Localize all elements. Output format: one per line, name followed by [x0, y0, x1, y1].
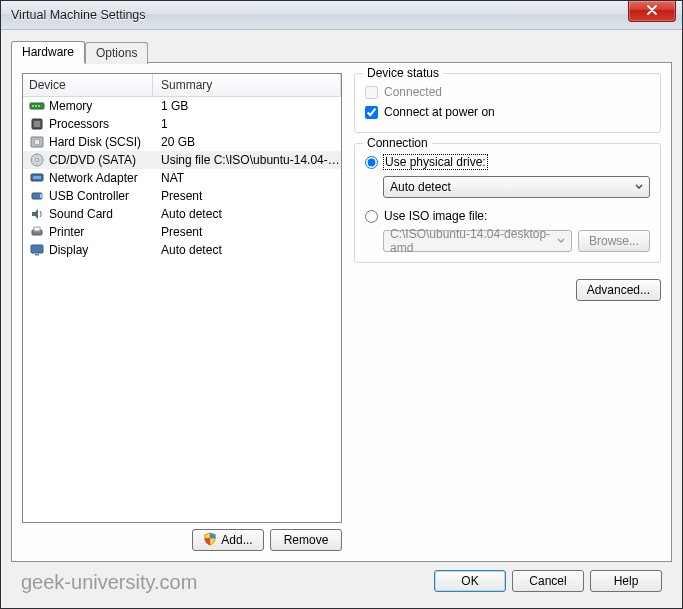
svg-rect-5 [34, 121, 40, 127]
device-row-processors[interactable]: Processors 1 [23, 115, 341, 133]
device-buttons: Add... Remove [22, 523, 342, 551]
advanced-row: Advanced... [354, 279, 661, 301]
physical-drive-combo[interactable]: Auto detect [383, 176, 650, 198]
use-iso-radio[interactable] [365, 210, 378, 223]
connect-poweron-checkbox[interactable] [365, 106, 378, 119]
titlebar: Virtual Machine Settings [1, 1, 682, 30]
sound-icon [29, 206, 45, 222]
close-button[interactable] [628, 1, 676, 22]
device-status-group: Device status Connected Connect at power… [354, 73, 661, 133]
svg-point-7 [34, 139, 40, 145]
use-physical-radio[interactable] [365, 156, 378, 169]
col-header-device[interactable]: Device [23, 74, 153, 96]
detail-column: Device status Connected Connect at power… [354, 73, 661, 551]
window-title: Virtual Machine Settings [11, 8, 628, 22]
device-name: Sound Card [49, 207, 113, 221]
memory-icon [29, 98, 45, 114]
device-list-header: Device Summary [23, 74, 341, 97]
device-summary: Using file C:\ISO\ubuntu-14.04-d... [153, 153, 341, 167]
device-row-usb[interactable]: USB Controller Present [23, 187, 341, 205]
svg-rect-2 [35, 105, 37, 107]
device-status-legend: Device status [363, 66, 443, 80]
device-name: Processors [49, 117, 109, 131]
cancel-button[interactable]: Cancel [512, 570, 584, 592]
use-physical-row[interactable]: Use physical drive: [365, 152, 650, 172]
use-iso-label: Use ISO image file: [384, 209, 487, 223]
device-row-printer[interactable]: Printer Present [23, 223, 341, 241]
svg-rect-3 [38, 105, 40, 107]
device-row-cddvd[interactable]: CD/DVD (SATA) Using file C:\ISO\ubuntu-1… [23, 151, 341, 169]
help-button[interactable]: Help [590, 570, 662, 592]
device-summary: Present [153, 225, 341, 239]
iso-path-value: C:\ISO\ubuntu-14.04-desktop-amd [390, 227, 565, 255]
add-device-button[interactable]: Add... [192, 529, 264, 551]
device-name: Memory [49, 99, 92, 113]
physical-drive-value: Auto detect [390, 180, 451, 194]
advanced-button[interactable]: Advanced... [576, 279, 661, 301]
cpu-icon [29, 116, 45, 132]
harddisk-icon [29, 134, 45, 150]
connect-poweron-label: Connect at power on [384, 105, 495, 119]
device-name: Hard Disk (SCSI) [49, 135, 141, 149]
shield-icon [203, 532, 217, 549]
device-row-memory[interactable]: Memory 1 GB [23, 97, 341, 115]
connect-poweron-row[interactable]: Connect at power on [365, 102, 650, 122]
add-button-label: Add... [221, 533, 252, 547]
col-header-summary[interactable]: Summary [153, 74, 341, 96]
device-row-harddisk[interactable]: Hard Disk (SCSI) 20 GB [23, 133, 341, 151]
device-column: Device Summary Memory 1 GB [22, 73, 342, 551]
device-summary: 20 GB [153, 135, 341, 149]
device-summary: Auto detect [153, 207, 341, 221]
use-iso-row[interactable]: Use ISO image file: [365, 206, 650, 226]
svg-rect-13 [40, 194, 43, 198]
iso-path-combo: C:\ISO\ubuntu-14.04-desktop-amd [383, 230, 572, 252]
svg-rect-17 [35, 254, 39, 256]
device-row-network[interactable]: Network Adapter NAT [23, 169, 341, 187]
ok-button[interactable]: OK [434, 570, 506, 592]
client-area: Hardware Options Device Summary [1, 30, 682, 608]
connected-checkbox-row: Connected [365, 82, 650, 102]
browse-label: Browse... [589, 234, 639, 248]
device-summary: NAT [153, 171, 341, 185]
browse-button: Browse... [578, 230, 650, 252]
display-icon [29, 242, 45, 258]
tab-strip: Hardware Options [11, 40, 672, 62]
device-row-sound[interactable]: Sound Card Auto detect [23, 205, 341, 223]
close-icon [647, 4, 657, 18]
dialog-buttons: geek-university.com OK Cancel Help [11, 562, 672, 602]
tab-panel-hardware: Device Summary Memory 1 GB [11, 62, 672, 562]
svg-rect-11 [33, 176, 41, 179]
connected-checkbox [365, 86, 378, 99]
device-summary: Auto detect [153, 243, 341, 257]
disc-icon [29, 152, 45, 168]
printer-icon [29, 224, 45, 240]
device-summary: 1 GB [153, 99, 341, 113]
device-row-display[interactable]: Display Auto detect [23, 241, 341, 259]
tab-options[interactable]: Options [85, 42, 148, 64]
network-icon [29, 170, 45, 186]
device-summary: 1 [153, 117, 341, 131]
connection-legend: Connection [363, 136, 432, 150]
device-summary: Present [153, 189, 341, 203]
usb-icon [29, 188, 45, 204]
svg-rect-16 [31, 245, 43, 253]
device-name: Network Adapter [49, 171, 138, 185]
svg-rect-15 [34, 227, 40, 231]
device-name: USB Controller [49, 189, 129, 203]
device-name: Printer [49, 225, 84, 239]
settings-window: Virtual Machine Settings Hardware Option… [0, 0, 683, 609]
remove-device-button[interactable]: Remove [270, 529, 342, 551]
connected-label: Connected [384, 85, 442, 99]
tab-hardware[interactable]: Hardware [11, 41, 85, 63]
chevron-down-icon [557, 234, 565, 248]
chevron-down-icon [635, 180, 643, 194]
device-name: CD/DVD (SATA) [49, 153, 136, 167]
svg-rect-1 [32, 105, 34, 107]
device-list[interactable]: Device Summary Memory 1 GB [22, 73, 342, 523]
watermark: geek-university.com [21, 571, 197, 594]
svg-point-9 [35, 158, 38, 161]
use-physical-label: Use physical drive: [384, 155, 487, 169]
device-name: Display [49, 243, 88, 257]
connection-group: Connection Use physical drive: Auto dete… [354, 143, 661, 263]
